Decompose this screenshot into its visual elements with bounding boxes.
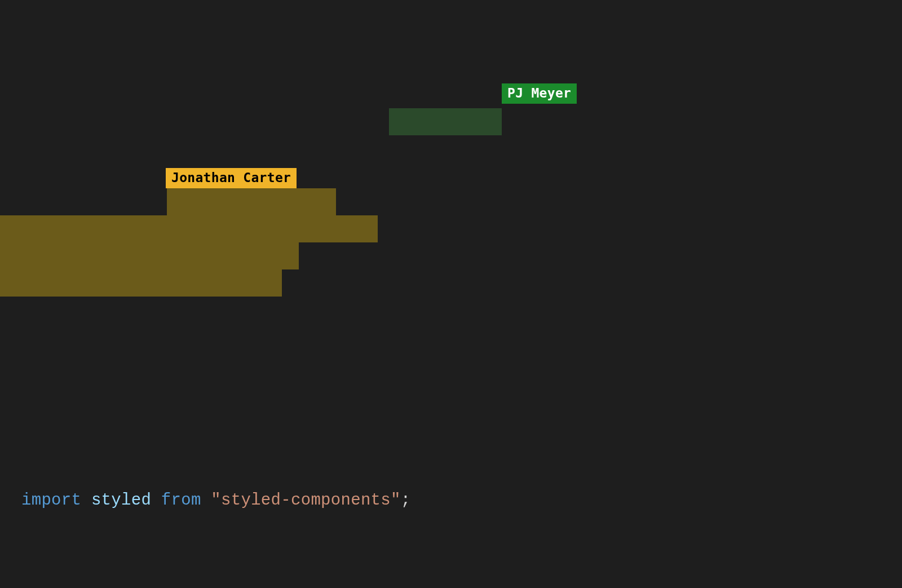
liveshare-selection-pj	[389, 108, 502, 135]
liveshare-selection-jonathan	[167, 188, 336, 215]
code-line[interactable]: import styled from "styled-components";	[21, 487, 902, 514]
code-editor[interactable]: PJ Meyer Jonathan Carter import styled f…	[0, 0, 902, 588]
liveshare-cursor-jonathan-carter: Jonathan Carter	[166, 168, 297, 188]
liveshare-cursor-pj-meyer: PJ Meyer	[502, 83, 577, 104]
